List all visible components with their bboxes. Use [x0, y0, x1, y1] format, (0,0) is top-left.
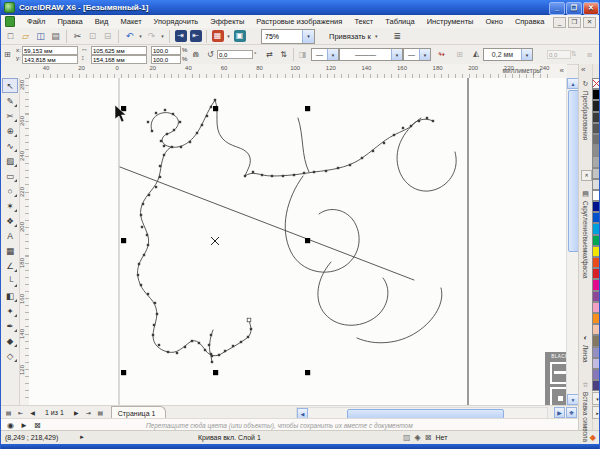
color-swatch[interactable] — [592, 324, 600, 335]
menu-item-окно[interactable]: Окно — [479, 16, 508, 27]
palette-scroll-down-icon[interactable]: ▾ — [592, 392, 600, 405]
scale-x-field[interactable] — [151, 46, 181, 55]
restore-button[interactable]: ❐ — [566, 2, 582, 15]
last-page-button[interactable]: ⇥ — [83, 407, 94, 418]
zoom-level-combo[interactable]: 75% ▾ — [261, 29, 315, 44]
color-swatch[interactable] — [592, 358, 600, 369]
x-position-field[interactable] — [22, 46, 78, 55]
mirror-vertical-button[interactable]: ⇅ — [277, 48, 290, 61]
polygon-tool[interactable]: ✶ — [2, 198, 18, 213]
selection-handle[interactable] — [121, 106, 126, 111]
color-swatch[interactable] — [592, 279, 600, 290]
lock-ratio-button[interactable]: ⋒ — [189, 48, 202, 61]
color-swatch[interactable] — [592, 347, 600, 358]
menu-item-вид[interactable]: Вид — [89, 16, 115, 27]
color-swatch[interactable] — [592, 212, 600, 223]
ruler-origin-corner[interactable] — [1, 64, 29, 79]
next-page-button[interactable]: ▶ — [71, 407, 82, 418]
color-swatch[interactable] — [592, 369, 600, 380]
color-swatch[interactable] — [592, 268, 600, 279]
menu-item-эффекты[interactable]: Эффекты — [204, 16, 250, 27]
color-swatch[interactable] — [592, 179, 600, 190]
zoom-tool[interactable]: ⊕ — [2, 123, 18, 138]
outline-pen-tool[interactable]: ✒ — [2, 318, 18, 333]
undo-button[interactable]: ↶ — [122, 29, 137, 44]
menu-item-справка[interactable]: Справка — [509, 16, 550, 27]
docker-tab-lens[interactable]: ◐Линза — [579, 334, 592, 363]
color-swatch[interactable] — [592, 168, 600, 179]
horizontal-ruler[interactable]: миллиметры « 402002040608010012014016018… — [29, 64, 567, 79]
menu-item-файл[interactable]: Файл — [21, 16, 51, 27]
freehand-curve[interactable] — [298, 118, 309, 172]
selection-handle[interactable] — [121, 370, 126, 375]
color-swatch[interactable] — [592, 235, 600, 246]
selection-handle[interactable] — [213, 106, 218, 111]
width-field[interactable] — [91, 46, 147, 55]
previous-page-button[interactable]: ◀ — [27, 407, 38, 418]
nav-button[interactable]: ▶ — [554, 407, 565, 418]
radio-icon[interactable]: ◉ — [7, 421, 14, 430]
application-launcher-button[interactable]: ▦ — [210, 29, 225, 44]
freehand-curve[interactable] — [285, 176, 359, 272]
y-position-field[interactable] — [22, 55, 78, 64]
color-swatch[interactable] — [592, 123, 600, 134]
line-style-dropdown[interactable]: ——— ▾ — [339, 48, 403, 61]
shape-tool[interactable]: ✎ — [2, 93, 18, 108]
color-swatch[interactable] — [592, 156, 600, 167]
table-tool[interactable]: ▦ — [2, 243, 18, 258]
no-color-swatch[interactable] — [592, 78, 600, 89]
collapse-icon[interactable]: « — [560, 66, 564, 75]
color-swatch[interactable] — [592, 201, 600, 212]
close-curve-button[interactable]: ↬ — [435, 48, 448, 61]
menu-item-инструменты[interactable]: Инструменты — [421, 16, 480, 27]
color-swatch[interactable] — [592, 335, 600, 346]
selection-handle[interactable] — [305, 370, 310, 375]
freehand-tool[interactable]: ∿ — [2, 138, 18, 153]
rotation-angle-field[interactable] — [217, 50, 253, 59]
selection-handle[interactable] — [305, 238, 310, 243]
crop-tool[interactable]: ✂ — [2, 108, 18, 123]
rectangle-tool[interactable]: ▭ — [2, 168, 18, 183]
chevron-down-icon[interactable]: ▾ — [159, 33, 166, 39]
selection-handle[interactable] — [121, 238, 126, 243]
color-swatch[interactable] — [592, 145, 600, 156]
selection-handle[interactable] — [305, 106, 310, 111]
doc-minimize-button[interactable]: _ — [553, 17, 566, 28]
import-button[interactable]: ⇥ — [173, 29, 188, 44]
color-swatch[interactable] — [592, 89, 600, 100]
docker-tab-transformations[interactable]: ↻Преобразования — [579, 80, 592, 140]
cut-button[interactable]: ✂ — [70, 29, 85, 44]
export-button[interactable]: ⇤ — [188, 29, 203, 44]
doc-close-button[interactable]: ✕ — [583, 17, 596, 28]
close-button[interactable]: ✕ — [583, 2, 599, 15]
first-page-button[interactable]: ⇤ — [15, 407, 26, 418]
chevron-down-icon[interactable]: ▾ — [302, 30, 314, 43]
menu-item-правка[interactable]: Правка — [51, 16, 88, 27]
menu-item-растровые изображения[interactable]: Растровые изображения — [250, 16, 348, 27]
color-swatch[interactable] — [592, 134, 600, 145]
selection-handle[interactable] — [213, 370, 218, 375]
connector-tool[interactable]: └ — [2, 273, 18, 288]
outline-width-dropdown[interactable]: 0,2 мм ▾ — [483, 48, 533, 61]
doc-restore-button[interactable]: ❐ — [568, 17, 581, 28]
color-swatch[interactable] — [592, 112, 600, 123]
no-color-well-icon[interactable]: ⊠ — [34, 421, 41, 430]
text-tool[interactable]: А — [2, 228, 18, 243]
height-field[interactable] — [91, 55, 147, 64]
fill-tool[interactable]: ◆ — [2, 333, 18, 348]
options-button[interactable]: ≣ — [390, 29, 405, 44]
eyedropper-tool[interactable]: ✦ — [2, 303, 18, 318]
add-page-button[interactable]: ▤ — [3, 407, 14, 418]
minimize-button[interactable]: _ — [549, 2, 565, 15]
color-swatch[interactable] — [592, 100, 600, 111]
pointer-icon[interactable]: ► — [20, 421, 28, 430]
freehand-curve[interactable] — [215, 100, 250, 176]
menu-item-текст[interactable]: Текст — [348, 16, 379, 27]
snap-to-button[interactable]: Привязать к ▾ — [329, 32, 380, 41]
ellipse-tool[interactable]: ○ — [2, 183, 18, 198]
dimension-tool[interactable]: ∠ — [2, 258, 18, 273]
mirror-horizontal-button[interactable]: ⇄ — [263, 48, 276, 61]
pick-tool[interactable]: ↖ — [2, 78, 18, 93]
color-swatch[interactable] — [592, 223, 600, 234]
interactive-fill-tool[interactable]: ◇ — [2, 348, 18, 363]
